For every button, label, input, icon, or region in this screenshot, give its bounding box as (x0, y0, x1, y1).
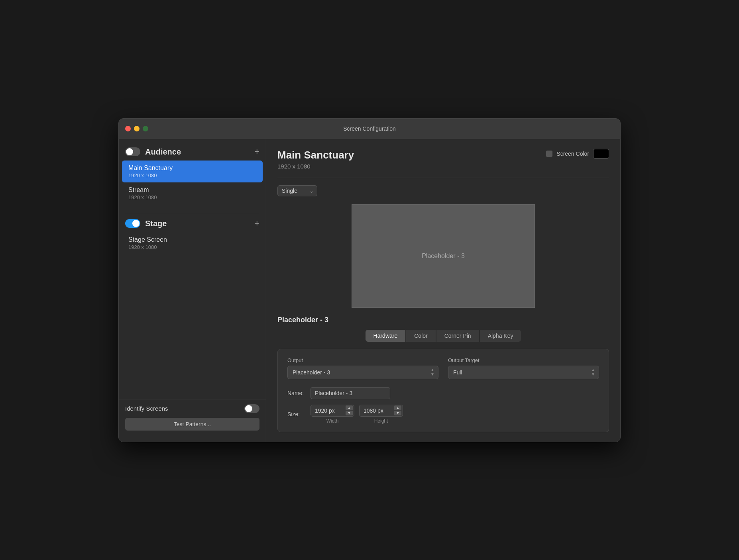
audience-header-left: Audience (125, 147, 181, 157)
output-target-label: Output Target (448, 357, 599, 363)
maximize-button[interactable] (143, 126, 148, 131)
header-divider (277, 178, 609, 178)
name-label: Name: (287, 390, 306, 396)
main-sanctuary-dims: 1920 x 1080 (128, 172, 256, 178)
stage-screen-name: Stage Screen (128, 236, 256, 243)
window-title: Screen Configuration (343, 125, 396, 132)
dropdown-row: Single Extended Mirrored (277, 185, 609, 196)
stage-toggle-knob (132, 220, 140, 227)
identify-toggle-knob (245, 405, 252, 412)
identify-label: Identify Screens (125, 405, 168, 412)
screen-color-checkbox[interactable] (546, 151, 552, 157)
stage-screen-dims: 1920 x 1080 (128, 244, 256, 250)
main-panel: Main Sanctuary 1920 x 1080 Screen Color … (266, 139, 620, 442)
output-group: Output Placeholder - 3 ▲ ▼ (287, 357, 438, 379)
placeholder-preview: Placeholder - 3 (352, 204, 535, 308)
height-stepper-down[interactable]: ▼ (394, 411, 401, 415)
height-group: ▲ ▼ Height (359, 405, 403, 424)
width-stepper: ▲ ▼ (346, 405, 353, 415)
width-stepper-down[interactable]: ▼ (346, 411, 353, 415)
placeholder-title: Placeholder - 3 (277, 316, 609, 324)
size-label: Size: (287, 411, 306, 417)
name-input[interactable] (311, 387, 390, 399)
audience-toggle[interactable] (125, 147, 140, 156)
sidebar-divider (125, 214, 259, 214)
output-select-wrapper: Placeholder - 3 ▲ ▼ (287, 366, 438, 379)
tab-color[interactable]: Color (406, 330, 435, 342)
stream-dims: 1920 x 1080 (128, 194, 256, 200)
height-input-wrapper: ▲ ▼ (359, 405, 403, 417)
main-sanctuary-name: Main Sanctuary (128, 164, 256, 172)
titlebar: Screen Configuration (119, 119, 620, 139)
sidebar-item-stream[interactable]: Stream 1920 x 1080 (122, 182, 263, 204)
screen-title: Main Sanctuary (277, 149, 354, 161)
stream-name: Stream (128, 186, 256, 194)
stage-add-button[interactable]: + (254, 219, 259, 228)
stage-header: Stage + (119, 217, 266, 232)
name-row: Name: (287, 387, 599, 399)
audience-label: Audience (145, 147, 181, 157)
output-target-select[interactable]: Full (448, 366, 599, 379)
tab-corner-pin[interactable]: Corner Pin (436, 330, 479, 342)
screen-header: Main Sanctuary 1920 x 1080 Screen Color (277, 149, 609, 170)
output-label: Output (287, 357, 438, 363)
sidebar-footer: Identify Screens Test Patterns... (119, 399, 266, 435)
audience-header: Audience + (119, 146, 266, 161)
output-select[interactable]: Placeholder - 3 (287, 366, 438, 379)
sidebar-item-main-sanctuary[interactable]: Main Sanctuary 1920 x 1080 (122, 161, 263, 182)
width-input-wrapper: ▲ ▼ (311, 405, 354, 417)
tabs-row: Hardware Color Corner Pin Alpha Key (277, 330, 609, 342)
audience-add-button[interactable]: + (254, 147, 259, 156)
minimize-button[interactable] (134, 126, 140, 131)
tab-alpha-key[interactable]: Alpha Key (480, 330, 521, 342)
stage-header-left: Stage (125, 219, 167, 228)
output-row: Output Placeholder - 3 ▲ ▼ Outpu (287, 357, 599, 379)
sidebar-item-stage-screen[interactable]: Stage Screen 1920 x 1080 (122, 232, 263, 254)
width-stepper-up[interactable]: ▲ (346, 405, 353, 410)
test-patterns-button[interactable]: Test Patterns... (125, 418, 259, 431)
screen-title-group: Main Sanctuary 1920 x 1080 (277, 149, 354, 170)
size-row: Size: ▲ ▼ Width (287, 405, 599, 424)
audience-section: Audience + Main Sanctuary 1920 x 1080 St… (119, 146, 266, 204)
stage-label: Stage (145, 219, 167, 228)
output-target-group: Output Target Full ▲ ▼ (448, 357, 599, 379)
width-group: ▲ ▼ Width (311, 405, 354, 424)
screen-dims: 1920 x 1080 (277, 163, 354, 170)
height-stepper-up[interactable]: ▲ (394, 405, 401, 410)
preview-area: Placeholder - 3 (277, 204, 609, 308)
tab-hardware[interactable]: Hardware (366, 330, 406, 342)
audience-toggle-knob (126, 148, 133, 155)
identify-toggle[interactable] (244, 404, 259, 413)
window-controls (125, 126, 148, 131)
preview-label: Placeholder - 3 (422, 253, 465, 260)
layout-select[interactable]: Single Extended Mirrored (277, 185, 317, 196)
config-panel: Output Placeholder - 3 ▲ ▼ Outpu (277, 349, 609, 432)
screen-color-label: Screen Color (556, 151, 589, 157)
screen-color-row: Screen Color (546, 149, 609, 159)
layout-select-wrapper: Single Extended Mirrored (277, 185, 317, 196)
width-sublabel: Width (326, 418, 339, 424)
close-button[interactable] (125, 126, 131, 131)
main-content: Audience + Main Sanctuary 1920 x 1080 St… (119, 139, 620, 442)
stage-section: Stage + Stage Screen 1920 x 1080 (119, 217, 266, 254)
screen-color-swatch[interactable] (593, 149, 609, 159)
stage-toggle[interactable] (125, 219, 140, 228)
app-window: Screen Configuration Audience + Main San… (118, 118, 621, 442)
output-target-select-wrapper: Full ▲ ▼ (448, 366, 599, 379)
sidebar: Audience + Main Sanctuary 1920 x 1080 St… (119, 139, 266, 442)
height-sublabel: Height (374, 418, 388, 424)
identify-row: Identify Screens (125, 404, 259, 413)
height-stepper: ▲ ▼ (394, 405, 401, 415)
